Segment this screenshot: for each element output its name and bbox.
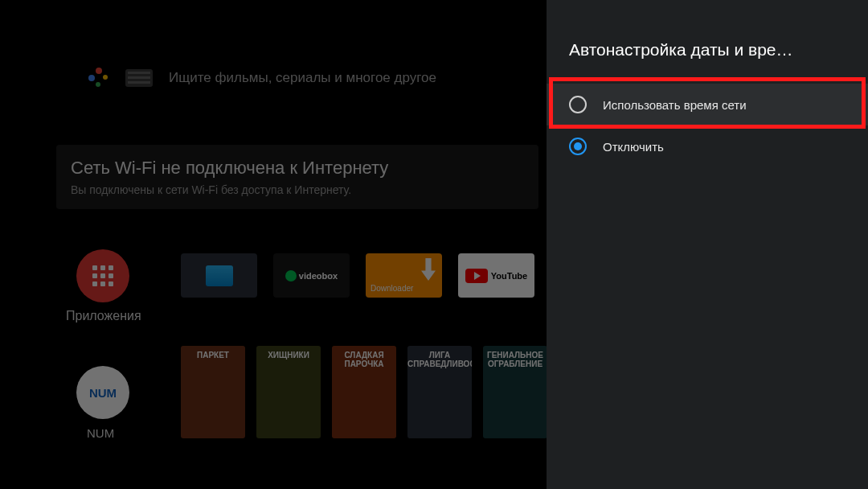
poster-title: СЛАДКАЯ ПАРОЧКА [332,351,396,368]
content-poster[interactable]: ХИЩНИКИ [256,346,321,438]
wifi-status-card[interactable]: Сеть Wi-Fi не подключена к Интернету Вы … [56,145,538,209]
wifi-status-subtitle: Вы подключены к сети Wi-Fi без доступа к… [71,183,524,196]
settings-option[interactable]: Отключить [547,125,868,167]
radio-checked-icon [569,138,587,155]
app-tile-youtube[interactable]: YouTube [458,253,534,298]
content-poster[interactable]: ПАРКЕТ [181,346,245,438]
panel-title: Автонастройка даты и вре… [547,0,868,84]
poster-title: ХИЩНИКИ [256,351,321,360]
app-tile-downloader[interactable]: Downloader [366,253,442,298]
search-placeholder[interactable]: Ищите фильмы, сериалы и многое другое [169,70,436,86]
num-badge: NUM [89,386,117,400]
youtube-icon [465,269,488,283]
app-tile-es-explorer[interactable] [181,253,257,298]
app-row: videobox Downloader YouTube [181,253,534,298]
app-tile-videobox[interactable]: videobox [273,253,350,298]
search-row: Ищите фильмы, сериалы и многое другое [88,68,436,88]
settings-option[interactable]: Использовать время сети [547,84,868,125]
app-tile-label: YouTube [491,271,527,281]
app-tile-label: videobox [299,271,338,281]
channel-num-button[interactable]: NUM [76,366,129,419]
content-poster[interactable]: ГЕНИАЛЬНОЕ ОГРАБЛЕНИЕ [483,346,547,438]
apps-button[interactable] [76,249,129,302]
option-label: Использовать время сети [603,98,747,112]
keyboard-icon[interactable] [125,69,153,87]
apps-grid-icon [92,265,113,286]
num-label: NUM [87,426,114,440]
option-label: Отключить [603,140,664,154]
poster-title: ЛИГА СПРАВЕДЛИВОСТИ [407,351,472,368]
apps-label: Приложения [66,309,141,323]
download-arrow-icon [421,258,436,281]
wifi-status-title: Сеть Wi-Fi не подключена к Интернету [71,158,524,179]
poster-title: ГЕНИАЛЬНОЕ ОГРАБЛЕНИЕ [483,351,547,368]
poster-title: ПАРКЕТ [181,351,245,360]
assistant-icon[interactable] [88,68,109,88]
content-poster[interactable]: ЛИГА СПРАВЕДЛИВОСТИ [407,346,472,438]
radio-unchecked-icon [569,96,587,113]
content-poster[interactable]: СЛАДКАЯ ПАРОЧКА [332,346,396,438]
settings-panel: Автонастройка даты и вре… Использовать в… [547,0,868,489]
screen-root: Ищите фильмы, сериалы и многое другое Се… [0,0,868,489]
app-tile-label: Downloader [371,284,413,293]
content-row: ПАРКЕТХИЩНИКИСЛАДКАЯ ПАРОЧКАЛИГА СПРАВЕД… [181,346,547,438]
